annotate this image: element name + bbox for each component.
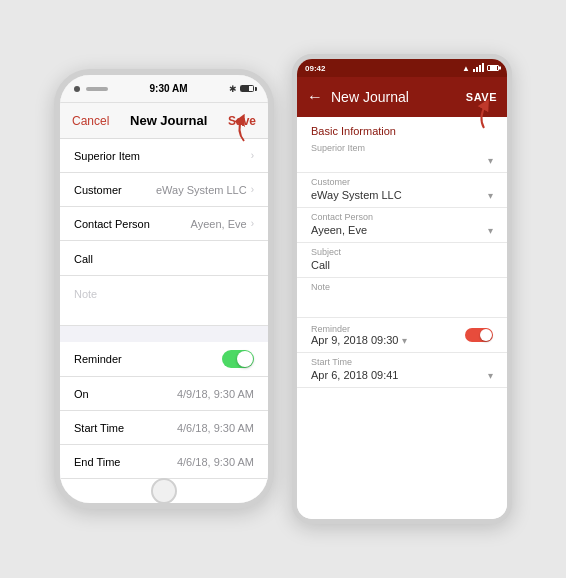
ios-status-right: ✱ (229, 84, 254, 94)
ios-superior-item-value: › (251, 150, 254, 161)
android-reminder-toggle[interactable] (465, 328, 493, 342)
ios-end-time-label: End Time (74, 456, 120, 468)
android-contact-person-label: Contact Person (311, 212, 493, 222)
chevron-icon: › (251, 218, 254, 229)
signal-bars (473, 64, 484, 72)
dropdown-arrow-icon: ▾ (488, 155, 493, 166)
ios-start-time-value: 4/6/18, 9:30 AM (177, 422, 254, 434)
android-reminder-left: Reminder Apr 9, 2018 09:30 ▾ (311, 324, 407, 346)
android-section-header: Basic Information (297, 117, 507, 139)
ios-top-bar: 9:30 AM ✱ (60, 75, 268, 103)
dropdown-arrow-icon: ▾ (488, 370, 493, 381)
ios-note-row[interactable]: Note (60, 276, 268, 326)
ios-customer-row[interactable]: Customer eWay System LLC › (60, 173, 268, 207)
ios-cancel-button[interactable]: Cancel (72, 114, 109, 128)
android-reminder-row[interactable]: Reminder Apr 9, 2018 09:30 ▾ (297, 318, 507, 353)
ios-speaker (86, 87, 108, 91)
dropdown-arrow-icon: ▾ (402, 335, 407, 346)
wifi-icon: ▲ (462, 64, 470, 73)
ios-reminder-row[interactable]: Reminder (60, 342, 268, 377)
android-customer-label: Customer (311, 177, 493, 187)
android-start-time-value: Apr 6, 2018 09:41 ▾ (311, 369, 493, 381)
android-customer-value: eWay System LLC ▾ (311, 189, 493, 201)
ios-superior-item-row[interactable]: Superior Item › (60, 139, 268, 173)
android-phone: 09:42 ▲ ← New Journal (292, 54, 512, 524)
bluetooth-icon: ✱ (229, 84, 237, 94)
ios-phone: 9:30 AM ✱ Cancel New Journal Save Superi… (54, 69, 274, 509)
android-subject-field[interactable]: Subject Call (297, 243, 507, 278)
android-contact-person-field[interactable]: Contact Person Ayeen, Eve ▾ (297, 208, 507, 243)
android-superior-item-field[interactable]: Superior Item ▾ (297, 139, 507, 173)
ios-start-time-row[interactable]: Start Time 4/6/18, 9:30 AM (60, 411, 268, 445)
ios-contact-person-row[interactable]: Contact Person Ayeen, Eve › (60, 207, 268, 241)
ios-on-label: On (74, 388, 89, 400)
android-subject-value: Call (311, 259, 493, 271)
ios-start-time-label: Start Time (74, 422, 124, 434)
ios-contact-person-value: Ayeen, Eve › (191, 218, 254, 230)
ios-notch (74, 86, 108, 92)
ios-nav-bar: Cancel New Journal Save (60, 103, 268, 139)
ios-on-row[interactable]: On 4/9/18, 9:30 AM (60, 377, 268, 411)
android-subject-label: Subject (311, 247, 493, 257)
android-superior-item-label: Superior Item (311, 143, 493, 153)
android-title: New Journal (331, 89, 458, 105)
chevron-icon: › (251, 150, 254, 161)
ios-battery (240, 85, 254, 92)
ios-end-time-value: 4/6/18, 9:30 AM (177, 456, 254, 468)
android-start-time-field[interactable]: Start Time Apr 6, 2018 09:41 ▾ (297, 353, 507, 388)
android-note-field[interactable]: Note (297, 278, 507, 318)
android-note-label: Note (311, 282, 493, 292)
ios-note-placeholder: Note (74, 288, 97, 300)
ios-reminder-toggle[interactable] (222, 350, 254, 368)
ios-save-button[interactable]: Save (228, 114, 256, 128)
ios-customer-label: Customer (74, 184, 122, 196)
ios-nav-title: New Journal (130, 113, 207, 128)
android-customer-field[interactable]: Customer eWay System LLC ▾ (297, 173, 507, 208)
ios-content: Superior Item › Customer eWay System LLC… (60, 139, 268, 479)
android-battery (487, 65, 499, 71)
android-contact-person-value: Ayeen, Eve ▾ (311, 224, 493, 236)
ios-superior-item-label: Superior Item (74, 150, 140, 162)
android-reminder-value: Apr 9, 2018 09:30 (311, 334, 398, 346)
ios-reminder-label: Reminder (74, 353, 122, 365)
android-status-bar: 09:42 ▲ (297, 59, 507, 77)
ios-home-button[interactable] (151, 478, 177, 504)
ios-time: 9:30 AM (150, 83, 188, 94)
android-superior-item-value: ▾ (311, 155, 493, 166)
ios-camera (74, 86, 80, 92)
ios-call-text: Call (74, 253, 93, 265)
android-status-right: ▲ (462, 64, 499, 73)
dropdown-arrow-icon: ▾ (488, 190, 493, 201)
android-save-button[interactable]: SAVE (466, 91, 497, 103)
chevron-icon: › (251, 184, 254, 195)
ios-contact-person-label: Contact Person (74, 218, 150, 230)
ios-on-value: 4/9/18, 9:30 AM (177, 388, 254, 400)
ios-customer-value: eWay System LLC › (156, 184, 254, 196)
dropdown-arrow-icon: ▾ (488, 225, 493, 236)
ios-call-row[interactable]: Call (60, 241, 268, 276)
android-start-time-label: Start Time (311, 357, 493, 367)
ios-home-bar (60, 479, 268, 503)
android-reminder-label: Reminder (311, 324, 407, 334)
ios-end-time-row[interactable]: End Time 4/6/18, 9:30 AM (60, 445, 268, 479)
android-time: 09:42 (305, 64, 325, 73)
android-toolbar: ← New Journal SAVE (297, 77, 507, 117)
android-content: Basic Information Superior Item ▾ Custom… (297, 117, 507, 519)
android-back-button[interactable]: ← (307, 89, 323, 105)
